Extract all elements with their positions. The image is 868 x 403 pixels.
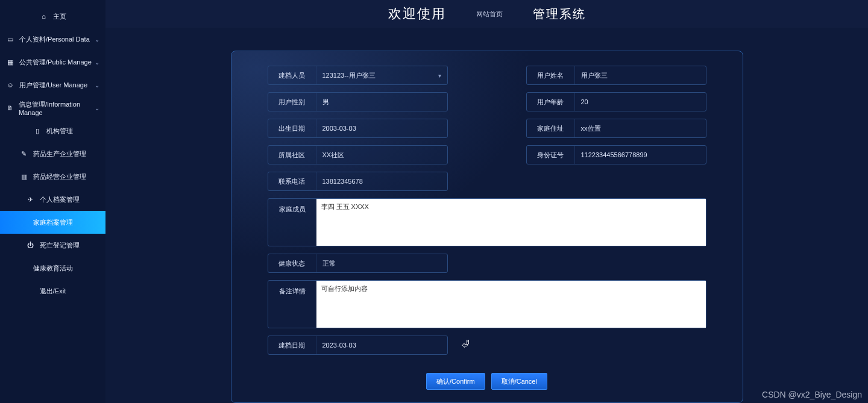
sidebar-sub-personal-file[interactable]: ✈ 个人档案管理: [0, 188, 105, 211]
field-address[interactable]: 家庭住址 xx位置: [526, 119, 706, 138]
sidebar-sub-org[interactable]: ▯ 机构管理: [0, 119, 105, 142]
field-value: 20: [581, 98, 588, 105]
building-icon: ▯: [33, 127, 42, 135]
field-label: 用户年龄: [527, 93, 575, 111]
sidebar-item-label: 药品经营企业管理: [33, 172, 86, 181]
sidebar-sub-family-file[interactable]: 家庭档案管理: [0, 211, 105, 234]
sidebar: ⌂ 主页 ▭ 个人资料/Personal Data ⌄ ▦ 公共管理/Publi…: [0, 0, 105, 403]
cancel-button[interactable]: 取消/Cancel: [491, 373, 547, 390]
grid-icon: ▦: [6, 58, 14, 66]
field-label: 联系电话: [268, 172, 316, 190]
sidebar-item-personal-data[interactable]: ▭ 个人资料/Personal Data ⌄: [0, 28, 105, 51]
field-label: 备注详情: [268, 281, 316, 296]
sidebar-item-label: 信息管理/Information Manage: [19, 100, 99, 116]
field-value: 2003-03-03: [322, 125, 356, 132]
users-icon: ☺: [6, 81, 14, 89]
doc-icon: 🗎: [6, 104, 14, 112]
field-create-date[interactable]: 建档日期 2023-03-03: [268, 336, 448, 355]
field-health[interactable]: 健康状态 正常: [268, 254, 448, 273]
field-label: 身份证号: [527, 146, 575, 164]
field-creator[interactable]: 建档人员 123123--用户张三 ▾: [268, 66, 448, 85]
field-label: 用户姓名: [527, 66, 575, 84]
field-birthday[interactable]: 出生日期 2003-03-03: [268, 119, 448, 138]
field-gender[interactable]: 用户性别 男: [268, 92, 448, 111]
field-label: 建档人员: [268, 66, 316, 84]
field-value: 男: [322, 98, 329, 107]
field-age[interactable]: 用户年龄 20: [526, 92, 706, 111]
sidebar-item-label: 死亡登记管理: [40, 241, 80, 250]
field-label: 健康状态: [268, 254, 316, 272]
topbar-site-home[interactable]: 网站首页: [476, 10, 503, 19]
field-label: 家庭成员: [268, 199, 316, 214]
field-label: 用户性别: [268, 93, 316, 111]
sidebar-home-label: 主页: [53, 12, 66, 21]
sidebar-item-label: 个人档案管理: [40, 195, 80, 204]
main: 欢迎使用 网站首页 管理系统 建档人员 123123--用户张三 ▾: [105, 0, 868, 403]
field-label: 所属社区: [268, 146, 316, 164]
sidebar-sub-drug-bus[interactable]: ▥ 药品经营企业管理: [0, 165, 105, 188]
field-community[interactable]: 所属社区 XX社区: [268, 145, 448, 164]
sidebar-item-info-manage[interactable]: 🗎 信息管理/Information Manage ⌄: [0, 96, 105, 119]
sidebar-sub-exit[interactable]: 退出/Exit: [0, 280, 105, 302]
members-textarea[interactable]: [316, 199, 706, 246]
id-icon: ▭: [6, 35, 14, 43]
field-value: 正常: [322, 259, 336, 268]
topbar-welcome: 欢迎使用: [388, 5, 446, 23]
chevron-down-icon: ⌄: [95, 105, 99, 111]
content: 建档人员 123123--用户张三 ▾ 用户姓名 用户张三: [105, 28, 868, 403]
sidebar-item-label: 公共管理/Public Manage: [19, 58, 92, 67]
pill-icon: ✎: [20, 149, 28, 158]
power-icon: ⏻: [27, 241, 35, 249]
sidebar-item-label: 家庭档案管理: [33, 218, 73, 227]
topbar-system-name: 管理系统: [533, 6, 586, 22]
field-label: 家庭住址: [527, 119, 575, 137]
sidebar-item-label: 个人资料/Personal Data: [19, 35, 90, 44]
sidebar-home[interactable]: ⌂ 主页: [0, 5, 105, 28]
shop-icon: ▥: [20, 172, 28, 181]
field-members: 家庭成员: [268, 198, 706, 246]
field-value: XX社区: [322, 151, 345, 160]
sidebar-item-label: 机构管理: [46, 127, 73, 136]
field-label: 建档日期: [268, 336, 316, 354]
field-remark: 备注详情: [268, 280, 706, 328]
field-value: 用户张三: [581, 71, 608, 80]
field-value-select[interactable]: 123123--用户张三 ▾: [316, 66, 447, 84]
field-value: xx位置: [581, 124, 601, 133]
sidebar-item-label: 健康教育活动: [33, 264, 73, 273]
chevron-down-icon: ⌄: [95, 59, 99, 66]
confirm-button[interactable]: 确认/Confirm: [426, 373, 485, 390]
remark-textarea[interactable]: [316, 281, 706, 328]
sidebar-item-user-manage[interactable]: ☺ 用户管理/User Manage ⌄: [0, 73, 105, 96]
watermark: CSDN @vx2_Biye_Design: [762, 390, 862, 399]
sidebar-sub-health-edu[interactable]: 健康教育活动: [0, 257, 105, 280]
field-phone[interactable]: 联系电话 13812345678: [268, 172, 448, 191]
home-icon: ⌂: [40, 12, 48, 20]
sidebar-sub-drug-prod[interactable]: ✎ 药品生产企业管理: [0, 142, 105, 165]
sidebar-item-label: 药品生产企业管理: [33, 149, 86, 158]
sidebar-sub-death-record[interactable]: ⏻ 死亡登记管理: [0, 234, 105, 257]
field-value: 112233445566778899: [581, 151, 647, 158]
form-card: 建档人员 123123--用户张三 ▾ 用户姓名 用户张三: [231, 51, 743, 403]
field-label: 出生日期: [268, 119, 316, 137]
chevron-down-icon: ⌄: [95, 82, 99, 89]
file-icon: ✈: [27, 195, 35, 204]
field-value: 13812345678: [322, 178, 363, 185]
sidebar-item-public-manage[interactable]: ▦ 公共管理/Public Manage ⌄: [0, 51, 105, 73]
field-idcard[interactable]: 身份证号 112233445566778899: [526, 145, 706, 164]
caret-down-icon: ▾: [438, 72, 441, 79]
chevron-down-icon: ⌄: [95, 36, 99, 43]
topbar: 欢迎使用 网站首页 管理系统: [105, 0, 868, 28]
field-username[interactable]: 用户姓名 用户张三: [526, 66, 706, 85]
sidebar-item-label: 用户管理/User Manage: [19, 81, 87, 90]
sidebar-item-label: 退出/Exit: [40, 287, 66, 296]
field-value: 2023-03-03: [322, 342, 356, 349]
